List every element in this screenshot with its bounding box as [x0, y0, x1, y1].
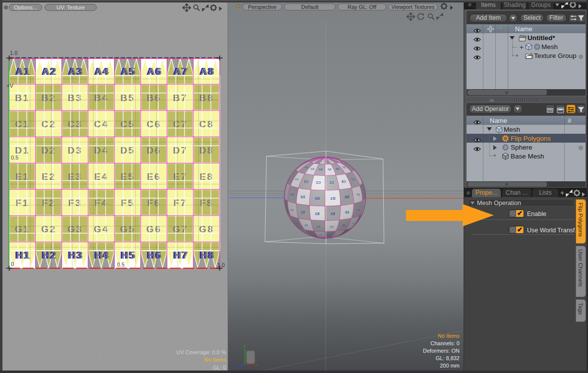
svg-text:D1: D1: [15, 145, 29, 156]
svg-text:A5: A5: [121, 66, 136, 77]
svg-text:G6: G6: [146, 224, 161, 234]
svg-text:A1: A1: [16, 66, 31, 77]
svg-text:G1: G1: [15, 224, 30, 234]
svg-text:C6: C6: [147, 119, 161, 129]
svg-text:C8: C8: [199, 119, 214, 129]
svg-text:H7: H7: [174, 250, 189, 261]
svg-text:C7: C7: [173, 119, 187, 129]
svg-text:D3: D3: [68, 145, 82, 156]
svg-text:D6: D6: [147, 145, 161, 156]
svg-text:A2: A2: [43, 66, 58, 77]
svg-text:H4: H4: [95, 250, 110, 261]
svg-text:1.0: 1.0: [217, 262, 225, 268]
svg-text:E3: E3: [68, 171, 82, 182]
svg-text:E7: E7: [173, 171, 187, 182]
svg-text:C3: C3: [68, 119, 82, 129]
svg-text:G2: G2: [41, 224, 56, 234]
svg-text:E6: E6: [147, 171, 161, 182]
svg-text:+V: +V: [6, 83, 13, 89]
svg-text:E2: E2: [42, 171, 56, 182]
svg-text:D4: D4: [94, 145, 109, 156]
svg-text:B8: B8: [199, 93, 214, 103]
svg-text:A3: A3: [69, 66, 84, 77]
svg-text:C4: C4: [94, 119, 109, 129]
svg-text:H5: H5: [121, 250, 136, 261]
svg-text:G4: G4: [94, 224, 109, 234]
svg-text:E5: E5: [120, 171, 134, 182]
svg-text:B1: B1: [15, 93, 29, 103]
svg-text:H1: H1: [16, 250, 31, 261]
svg-text:E4: E4: [94, 171, 108, 182]
svg-text:B3: B3: [68, 93, 82, 103]
svg-text:0: 0: [11, 261, 14, 267]
svg-text:E1: E1: [15, 171, 29, 182]
svg-text:E8: E8: [199, 171, 213, 182]
svg-text:0.5: 0.5: [117, 262, 124, 267]
svg-text:G8: G8: [199, 224, 214, 234]
svg-text:G7: G7: [173, 224, 187, 234]
svg-text:B7: B7: [173, 93, 187, 103]
svg-text:G3: G3: [67, 224, 82, 234]
svg-text:A4: A4: [95, 66, 110, 77]
svg-text:D2: D2: [41, 145, 56, 156]
svg-text:D5: D5: [120, 145, 135, 156]
svg-text:B4: B4: [94, 93, 109, 103]
svg-text:A7: A7: [174, 66, 189, 77]
svg-text:H3: H3: [69, 250, 84, 261]
svg-text:D8: D8: [199, 145, 214, 156]
svg-text:B6: B6: [147, 93, 161, 103]
svg-text:H8: H8: [201, 250, 216, 261]
svg-text:X: X: [254, 363, 257, 368]
svg-text:Y: Y: [243, 344, 246, 349]
svg-text:A8: A8: [201, 66, 216, 77]
svg-text:Z: Z: [235, 365, 237, 370]
svg-text:0.5: 0.5: [11, 155, 18, 160]
svg-text:B2: B2: [41, 93, 56, 103]
svg-text:C5: C5: [120, 119, 135, 129]
svg-text:H6: H6: [148, 250, 163, 261]
svg-text:B5: B5: [120, 93, 135, 103]
svg-text:D7: D7: [173, 145, 187, 156]
svg-text:1.0: 1.0: [10, 50, 17, 56]
svg-text:C2: C2: [41, 119, 56, 129]
svg-text:H2: H2: [43, 250, 58, 261]
svg-text:C1: C1: [15, 119, 29, 129]
svg-text:G5: G5: [120, 224, 135, 234]
svg-text:A6: A6: [148, 66, 163, 77]
